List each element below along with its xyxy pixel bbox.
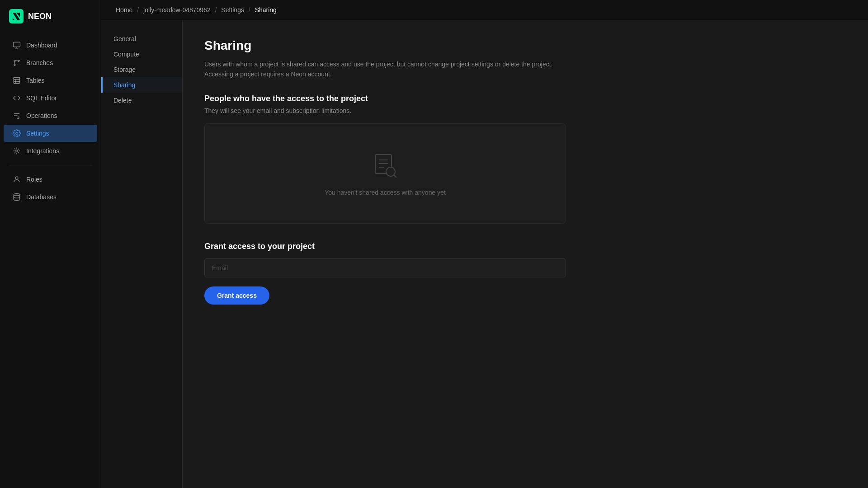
sql-icon <box>13 94 21 102</box>
sidebar-label-branches: Branches <box>26 59 53 66</box>
sidebar: NEON Dashboard Branches <box>0 0 101 488</box>
breadcrumb-sep-2: / <box>215 6 217 14</box>
breadcrumb-sharing: Sharing <box>255 6 277 14</box>
subnav-general[interactable]: General <box>101 31 182 47</box>
sidebar-item-databases[interactable]: Databases <box>4 188 97 206</box>
databases-icon <box>13 193 21 201</box>
breadcrumb-sep-1: / <box>137 6 139 14</box>
access-section-sub: They will see your email and subscriptio… <box>204 107 846 114</box>
sidebar-item-operations[interactable]: Operations <box>4 107 97 124</box>
nav-divider <box>9 165 92 165</box>
page-title: Sharing <box>204 38 846 53</box>
email-input[interactable] <box>204 258 566 277</box>
integrations-icon <box>13 147 21 155</box>
logo-text: NEON <box>28 12 52 21</box>
svg-point-4 <box>14 60 15 61</box>
sidebar-label-sql-editor: SQL Editor <box>26 94 57 102</box>
settings-icon <box>13 129 21 137</box>
breadcrumb-home[interactable]: Home <box>116 6 132 14</box>
content-area: General Compute Storage Sharing Delete S… <box>101 20 868 488</box>
breadcrumb-settings[interactable]: Settings <box>221 6 244 14</box>
page-content: Sharing Users with whom a project is sha… <box>183 20 868 488</box>
subnav-sharing[interactable]: Sharing <box>101 77 182 93</box>
sidebar-item-tables[interactable]: Tables <box>4 72 97 89</box>
svg-point-6 <box>14 64 15 66</box>
roles-icon <box>13 175 21 183</box>
main-area: Home / jolly-meadow-04870962 / Settings … <box>101 0 868 488</box>
sidebar-label-dashboard: Dashboard <box>26 42 57 49</box>
tables-icon <box>13 76 21 84</box>
sidebar-label-databases: Databases <box>26 193 57 201</box>
monitor-icon <box>13 41 21 49</box>
sidebar-nav: Dashboard Branches Tables <box>0 33 101 488</box>
sidebar-label-integrations: Integrations <box>26 147 59 155</box>
page-description: Users with whom a project is shared can … <box>204 59 566 80</box>
grant-section-title: Grant access to your project <box>204 242 846 251</box>
neon-logo-icon <box>9 9 24 23</box>
svg-point-16 <box>15 177 18 179</box>
branches-icon <box>13 59 21 67</box>
no-sharing-icon <box>371 151 400 182</box>
sidebar-item-integrations[interactable]: Integrations <box>4 142 97 160</box>
svg-point-15 <box>16 150 18 152</box>
subnav-delete[interactable]: Delete <box>101 93 182 108</box>
empty-state-box: You haven't shared access with anyone ye… <box>204 123 566 224</box>
access-section-title: People who have the access to the projec… <box>204 94 846 103</box>
grant-access-button[interactable]: Grant access <box>204 286 269 305</box>
svg-point-17 <box>14 194 20 196</box>
logo: NEON <box>0 0 101 33</box>
breadcrumb-sep-3: / <box>249 6 250 14</box>
sidebar-label-settings: Settings <box>26 130 49 137</box>
breadcrumb: Home / jolly-meadow-04870962 / Settings … <box>101 0 868 20</box>
subnav-storage[interactable]: Storage <box>101 62 182 77</box>
sidebar-item-roles[interactable]: Roles <box>4 171 97 188</box>
sidebar-label-roles: Roles <box>26 176 42 183</box>
svg-rect-1 <box>14 42 20 47</box>
empty-state-text: You haven't shared access with anyone ye… <box>325 189 446 196</box>
breadcrumb-project[interactable]: jolly-meadow-04870962 <box>143 6 211 14</box>
svg-rect-7 <box>14 77 20 84</box>
svg-point-14 <box>16 132 18 135</box>
sidebar-label-tables: Tables <box>26 77 44 84</box>
sidebar-label-operations: Operations <box>26 112 57 119</box>
svg-line-23 <box>394 175 396 177</box>
sidebar-item-settings[interactable]: Settings <box>4 125 97 142</box>
subnav-compute[interactable]: Compute <box>101 47 182 62</box>
sidebar-item-dashboard[interactable]: Dashboard <box>4 37 97 54</box>
sidebar-item-sql-editor[interactable]: SQL Editor <box>4 89 97 107</box>
sidebar-item-branches[interactable]: Branches <box>4 54 97 71</box>
settings-subnav: General Compute Storage Sharing Delete <box>101 20 183 488</box>
operations-icon <box>13 112 21 120</box>
